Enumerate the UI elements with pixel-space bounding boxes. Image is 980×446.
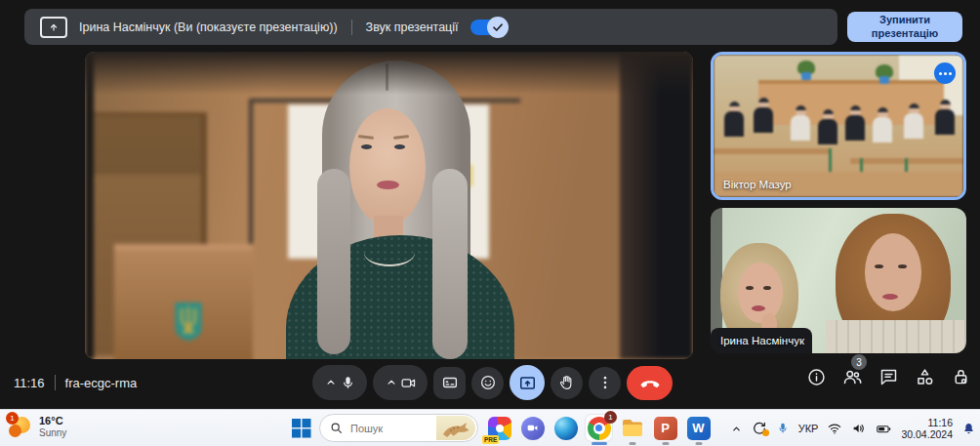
people-button[interactable]: 3 (840, 365, 864, 388)
eye (746, 286, 754, 290)
app-word[interactable]: W (685, 415, 712, 441)
chat-button[interactable] (877, 365, 900, 388)
tray-time: 11:16 (901, 417, 953, 428)
paint-preview-badge: PRE (482, 435, 499, 444)
app-file-explorer[interactable] (619, 415, 645, 441)
present-screen-button[interactable] (510, 365, 545, 400)
meeting-details-button[interactable] (804, 365, 828, 388)
chat-app-icon (521, 417, 545, 440)
search-icon (330, 422, 343, 434)
video-tile-viktor-mazur[interactable]: Віктор Мазур (711, 52, 966, 200)
microphone-icon (340, 375, 356, 391)
presenter-label: Ірина Насмінчук (Ви (показуєте презентац… (79, 20, 338, 34)
presentation-sound-label: Звук презентації (366, 20, 459, 34)
tray-sync-update-icon[interactable] (752, 421, 767, 436)
temperature-label: 16°C (39, 415, 66, 427)
video-tile-iryna-nasminchuk[interactable]: Ірина Насмінчук (711, 208, 966, 353)
activities-button[interactable] (913, 365, 936, 388)
vignette (85, 52, 693, 359)
meeting-info: 11:16 fra-ecgc-rma (14, 365, 137, 400)
word-icon: W (687, 417, 711, 440)
student (818, 119, 837, 144)
end-call-button[interactable] (627, 366, 673, 400)
tile-name-label: Віктор Мазур (723, 179, 792, 190)
eye (898, 264, 907, 268)
tile-name-label: Ірина Насмінчук (720, 335, 804, 346)
plant-pot (801, 72, 811, 80)
student (791, 115, 810, 141)
three-dots-vertical-icon (596, 374, 614, 391)
windows-start-button[interactable] (292, 419, 311, 438)
condition-label: Sunny (39, 427, 66, 439)
app-edge[interactable] (552, 415, 579, 441)
student (935, 109, 955, 135)
taskbar-clock[interactable]: 11:16 30.04.2024 (901, 417, 953, 440)
captions-button[interactable] (433, 367, 466, 399)
taskbar-search[interactable] (319, 414, 478, 442)
present-screen-icon (518, 374, 537, 392)
windows-taskbar: 1 16°C Sunny PRE (0, 409, 980, 446)
present-to-all-icon (40, 17, 67, 38)
microphone-button[interactable] (312, 365, 367, 400)
chrome-notification-badge: 1 (604, 411, 617, 424)
tray-chevron-up-icon[interactable] (730, 423, 743, 435)
app-powerpoint[interactable]: P (652, 415, 678, 441)
student (873, 117, 892, 142)
activities-icon (915, 367, 935, 387)
meeting-code: fra-ecgc-rma (65, 376, 138, 390)
two-women-scene (711, 208, 966, 353)
plant-pot (879, 76, 889, 84)
lock-settings-icon (951, 367, 971, 387)
tray-date: 30.04.2024 (901, 428, 953, 440)
stop-presentation-button[interactable]: Зупинити презентацію (847, 12, 962, 42)
desk (714, 148, 831, 154)
raise-hand-icon (558, 374, 576, 391)
eye (763, 286, 771, 290)
more-options-button[interactable] (589, 367, 621, 399)
captions-icon (441, 374, 459, 391)
notification-bell-icon[interactable] (961, 422, 976, 436)
app-chat[interactable] (519, 415, 546, 441)
weather-badge: 1 (6, 412, 19, 425)
presentation-sound-toggle[interactable] (470, 20, 506, 35)
running-app-indicator (662, 442, 669, 445)
host-controls-button[interactable] (949, 365, 972, 388)
student (845, 115, 865, 141)
student (904, 113, 923, 139)
tray-microphone-icon[interactable] (776, 422, 790, 435)
tile-more-options-button[interactable] (934, 62, 956, 84)
student (754, 107, 773, 133)
reactions-button[interactable] (471, 367, 504, 399)
system-tray: УКР 11:16 30.04.2024 (730, 410, 976, 446)
camera-button[interactable] (373, 365, 428, 400)
battery-icon[interactable] (876, 421, 892, 437)
info-icon (806, 367, 827, 387)
woman-face (738, 263, 783, 323)
woman-face (865, 233, 921, 311)
wifi-icon[interactable] (827, 421, 842, 436)
raise-hand-button[interactable] (551, 367, 583, 399)
participants-count-badge: 3 (851, 354, 867, 370)
active-app-indicator (592, 442, 607, 445)
main-video-tile[interactable] (85, 52, 693, 359)
app-paint[interactable]: PRE (486, 415, 512, 441)
powerpoint-icon: P (654, 417, 677, 440)
language-indicator[interactable]: УКР (798, 423, 819, 434)
divider (55, 375, 56, 390)
sync-status-dot (762, 429, 769, 436)
divider (351, 20, 352, 35)
side-panel-icons: 3 (804, 365, 972, 388)
smiley-icon (479, 374, 497, 391)
volume-icon[interactable] (851, 421, 867, 436)
plaid-jacket (826, 320, 966, 353)
toggle-check-icon (487, 17, 509, 38)
search-daily-image (436, 416, 475, 440)
weather-widget[interactable]: 1 16°C Sunny (6, 413, 66, 440)
lips (882, 294, 898, 300)
app-chrome[interactable]: 1 (586, 415, 612, 441)
edge-icon (554, 417, 578, 440)
call-end-icon (639, 372, 661, 393)
search-input[interactable] (348, 422, 436, 435)
camera-icon (400, 375, 417, 391)
classroom-scene (714, 55, 963, 197)
